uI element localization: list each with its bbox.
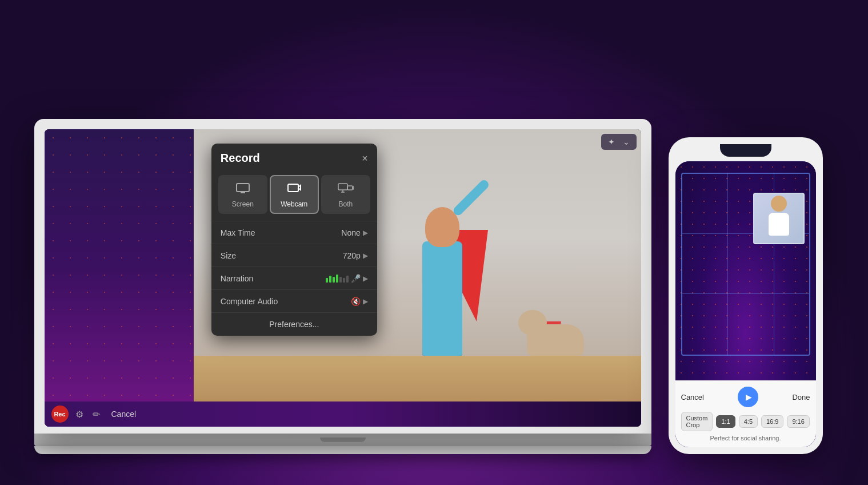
- phone-done-button[interactable]: Done: [792, 393, 810, 401]
- preferences-button[interactable]: Preferences...: [211, 312, 377, 336]
- phone-hint-text: Perfect for social sharing.: [681, 435, 810, 442]
- narration-label: Narration: [221, 274, 254, 283]
- phone-notch: [720, 144, 771, 157]
- mode-webcam-button[interactable]: Webcam: [270, 175, 319, 214]
- thumb-head: [771, 196, 787, 212]
- screen-bottom-bar: Rec ⚙ ✏ Cancel: [45, 401, 641, 427]
- dialog-title: Record: [221, 152, 260, 165]
- phone-cancel-button[interactable]: Cancel: [681, 393, 704, 401]
- dog-figure: [515, 316, 595, 367]
- max-time-row[interactable]: Max Time None ▶: [211, 221, 377, 244]
- phone-screen: Cancel ▶ Done CustomCrop 1:1 4:5 16:9: [675, 161, 816, 447]
- meter-bar-6: [343, 278, 345, 283]
- left-sidebar: [45, 129, 194, 401]
- meter-bar-5: [339, 277, 342, 283]
- size-row[interactable]: Size 720p ▶: [211, 244, 377, 267]
- record-dialog: Record ×: [211, 144, 377, 336]
- screen-icon: [236, 182, 250, 197]
- max-time-label: Max Time: [221, 228, 255, 237]
- speaker-icon[interactable]: 🔇: [351, 297, 361, 306]
- meter-bar-4: [336, 275, 338, 283]
- screen-label: Screen: [232, 200, 254, 208]
- computer-audio-label: Computer Audio: [221, 297, 278, 306]
- thumb-body: [769, 213, 789, 236]
- screen-toolbar: ✦ ⌄: [601, 134, 637, 150]
- phone-person: [762, 196, 796, 241]
- laptop-screen: ✦ ⌄ Record ×: [45, 129, 641, 427]
- play-icon: ▶: [746, 392, 752, 401]
- phone-bottom-controls: Cancel ▶ Done CustomCrop 1:1 4:5 16:9: [675, 380, 816, 447]
- svg-rect-0: [237, 184, 249, 192]
- crop-buttons: CustomCrop 1:1 4:5 16:9 9:16: [681, 412, 810, 431]
- narration-row[interactable]: Narration: [211, 267, 377, 289]
- cancel-button[interactable]: Cancel: [107, 408, 141, 420]
- webcam-icon: [287, 182, 301, 197]
- max-time-arrow: ▶: [363, 229, 368, 237]
- close-button[interactable]: ×: [362, 153, 368, 164]
- svg-rect-4: [338, 184, 347, 190]
- computer-audio-row[interactable]: Computer Audio 🔇 ▶: [211, 289, 377, 312]
- max-time-value: None ▶: [341, 228, 367, 237]
- phone-play-button[interactable]: ▶: [738, 387, 758, 407]
- narration-arrow: ▶: [363, 275, 368, 283]
- chevron-down-icon[interactable]: ⌄: [621, 136, 632, 148]
- crop-16-9-button[interactable]: 16:9: [761, 415, 783, 428]
- size-label: Size: [221, 251, 236, 260]
- magic-icon[interactable]: ✦: [606, 136, 617, 148]
- crop-1-1-button[interactable]: 1:1: [716, 415, 735, 428]
- phone-thumbnail: [753, 193, 805, 244]
- laptop-notch: [320, 438, 366, 442]
- laptop-bottom: [34, 446, 651, 454]
- mode-screen-button[interactable]: Screen: [218, 175, 267, 214]
- computer-audio-controls: 🔇 ▶: [351, 297, 368, 306]
- meter-bar-2: [329, 276, 331, 283]
- meter-bar-1: [326, 278, 328, 283]
- meter-bar-3: [333, 277, 335, 283]
- both-label: Both: [338, 200, 353, 208]
- phone: Cancel ▶ Done CustomCrop 1:1 4:5 16:9: [669, 137, 823, 454]
- size-text: 720p: [343, 251, 361, 260]
- mode-buttons: Screen Webcam: [211, 170, 377, 221]
- mode-both-button[interactable]: Both: [321, 175, 370, 214]
- phone-grid-v1: [727, 173, 728, 356]
- crop-custom-button[interactable]: CustomCrop: [681, 412, 713, 431]
- size-value: 720p ▶: [343, 251, 368, 260]
- preferences-label: Preferences...: [269, 320, 319, 329]
- rec-button[interactable]: Rec: [51, 406, 69, 423]
- meter-bar-7: [346, 276, 349, 283]
- computer-audio-arrow: ▶: [363, 297, 368, 305]
- crop-9-16-button[interactable]: 9:16: [787, 415, 809, 428]
- laptop: ✦ ⌄ Record ×: [34, 119, 651, 454]
- mic-icon[interactable]: 🎤: [351, 274, 361, 283]
- size-arrow: ▶: [363, 252, 368, 260]
- svg-rect-7: [347, 186, 353, 190]
- svg-rect-3: [288, 184, 298, 192]
- pencil-icon[interactable]: ✏: [90, 408, 102, 421]
- settings-icon[interactable]: ⚙: [73, 408, 86, 421]
- crop-4-5-button[interactable]: 4:5: [739, 415, 758, 428]
- webcam-label: Webcam: [281, 200, 307, 208]
- max-time-text: None: [341, 228, 360, 237]
- both-icon: [338, 182, 354, 197]
- hero-figure: [379, 138, 505, 356]
- narration-controls: 🎤 ▶: [326, 274, 368, 283]
- audio-meter: [326, 275, 349, 283]
